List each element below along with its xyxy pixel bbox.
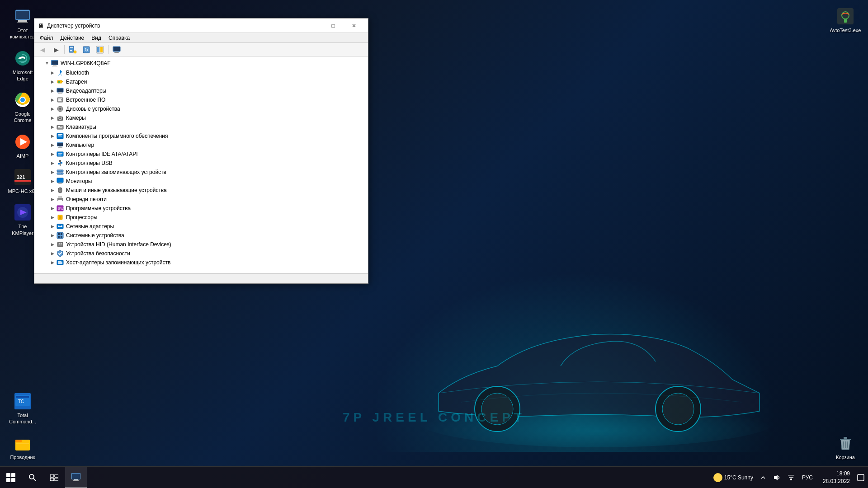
back-button[interactable]: ◀ bbox=[36, 44, 49, 56]
expand-icon[interactable]: ▶ bbox=[49, 122, 56, 131]
svg-rect-73 bbox=[61, 126, 61, 127]
taskbar-clock[interactable]: 18:09 28.03.2022 bbox=[819, 470, 854, 485]
desktop-icon-avtotest[interactable]: AvtoTest3.exe bbox=[827, 5, 863, 36]
toolbar-btn-properties[interactable] bbox=[66, 44, 79, 56]
tree-item[interactable]: ▶ Устройства HID (Human Interface Device… bbox=[34, 240, 368, 249]
tree-item[interactable]: ▶ Хост-адаптеры запоминающих устройств bbox=[34, 258, 368, 267]
taskbar-pinned-device-manager[interactable] bbox=[65, 467, 87, 488]
expand-icon[interactable]: ▶ bbox=[49, 150, 56, 159]
expand-icon[interactable]: ▶ bbox=[49, 104, 56, 113]
svg-rect-134 bbox=[789, 477, 793, 478]
item-icon bbox=[56, 96, 64, 104]
expand-icon[interactable]: ▶ bbox=[49, 95, 56, 104]
tray-show-hidden[interactable] bbox=[758, 473, 769, 482]
svg-text:321: 321 bbox=[17, 174, 25, 180]
tray-network[interactable] bbox=[785, 472, 797, 483]
tree-item[interactable]: ▶ Компьютер bbox=[34, 141, 368, 150]
expand-icon[interactable]: ▶ bbox=[49, 186, 56, 195]
expand-icon[interactable]: ▶ bbox=[49, 213, 56, 222]
tray-language[interactable]: РУС bbox=[799, 473, 816, 483]
svg-rect-53 bbox=[52, 61, 58, 65]
tree-item[interactable]: ▶ Компоненты программного обеспечения bbox=[34, 131, 368, 141]
desktop-icon-explorer[interactable]: Проводник bbox=[5, 432, 41, 463]
item-icon bbox=[56, 123, 64, 131]
menu-action[interactable]: Действие bbox=[57, 34, 88, 42]
desktop-icons-bottom-left: TC Total Command... Проводник bbox=[5, 389, 41, 463]
notification-icon bbox=[857, 474, 864, 481]
tree-item[interactable]: ▶ Контроллеры USB bbox=[34, 159, 368, 168]
tree-item[interactable]: ▶ Очереди печати bbox=[34, 195, 368, 204]
device-tree[interactable]: ▼ WIN-LGP06K4Q8AF ▶ Bluetooth ▶ Батареи … bbox=[34, 56, 368, 273]
expand-icon[interactable]: ▶ bbox=[49, 168, 56, 177]
recycle-bin-label: Корзина bbox=[836, 454, 855, 460]
expand-icon[interactable]: ▶ bbox=[49, 258, 56, 267]
tree-item[interactable]: ▶ Контроллеры IDE ATA/ATAPI bbox=[34, 150, 368, 159]
tree-item[interactable]: ▶ Сетевые адаптеры bbox=[34, 222, 368, 231]
tree-item[interactable]: ▶ Bluetooth bbox=[34, 68, 368, 77]
item-label: Устройства HID (Human Interface Devices) bbox=[66, 241, 171, 248]
svg-rect-26 bbox=[15, 440, 22, 442]
tree-item[interactable]: ▶ Контроллеры запоминающих устройств bbox=[34, 168, 368, 177]
item-label: Программные устройства bbox=[66, 205, 131, 211]
expand-icon[interactable]: ▶ bbox=[49, 113, 56, 122]
taskbar-search-button[interactable] bbox=[22, 467, 43, 488]
menu-view[interactable]: Вид bbox=[88, 34, 105, 42]
tree-item[interactable]: ▶ Видеоадаптеры bbox=[34, 86, 368, 95]
item-icon bbox=[56, 150, 64, 158]
desktop-icon-total-commander-1[interactable]: TC Total Command... bbox=[5, 389, 41, 428]
start-button[interactable] bbox=[0, 467, 22, 488]
maximize-button[interactable]: □ bbox=[323, 19, 344, 33]
svg-rect-87 bbox=[59, 160, 61, 162]
tree-root[interactable]: ▼ WIN-LGP06K4Q8AF bbox=[34, 58, 368, 68]
svg-rect-45 bbox=[100, 47, 103, 52]
tree-item[interactable]: ▶ SW Программные устройства bbox=[34, 204, 368, 213]
tree-item[interactable]: ▶ Камеры bbox=[34, 113, 368, 122]
svg-rect-117 bbox=[59, 243, 60, 244]
taskview-button[interactable] bbox=[43, 467, 65, 488]
expand-icon[interactable]: ▶ bbox=[49, 131, 56, 141]
tree-item[interactable]: ▶ Устройства безопасности bbox=[34, 249, 368, 258]
svg-rect-82 bbox=[58, 147, 62, 148]
root-expand-icon[interactable]: ▼ bbox=[43, 59, 51, 68]
svg-rect-28 bbox=[840, 439, 851, 440]
expand-icon[interactable]: ▶ bbox=[49, 249, 56, 258]
forward-button[interactable]: ▶ bbox=[50, 44, 62, 56]
tree-item[interactable]: ▶ Мониторы bbox=[34, 177, 368, 186]
expand-icon[interactable]: ▶ bbox=[49, 177, 56, 186]
expand-icon[interactable]: ▶ bbox=[49, 222, 56, 231]
tray-volume[interactable] bbox=[770, 472, 783, 483]
expand-icon[interactable]: ▶ bbox=[49, 204, 56, 213]
tree-item[interactable]: ▶ Мыши и иные указывающие устройства bbox=[34, 186, 368, 195]
expand-icon[interactable]: ▶ bbox=[49, 231, 56, 240]
tree-item[interactable]: ▶ Клавиатуры bbox=[34, 122, 368, 131]
tree-item[interactable]: ▶ Процессоры bbox=[34, 213, 368, 222]
svg-rect-56 bbox=[58, 81, 60, 83]
close-button[interactable]: ✕ bbox=[344, 19, 364, 33]
tray-weather[interactable]: 15°C Sunny bbox=[711, 471, 756, 484]
menu-file[interactable]: Файл bbox=[36, 34, 57, 42]
expand-icon[interactable]: ▶ bbox=[49, 141, 56, 150]
tree-item[interactable]: ▶ Встроенное ПО bbox=[34, 95, 368, 104]
item-label: Клавиатуры bbox=[66, 124, 96, 130]
expand-icon[interactable]: ▶ bbox=[49, 240, 56, 249]
tree-item[interactable]: ▶ Дисковые устройства bbox=[34, 104, 368, 113]
svg-rect-74 bbox=[62, 126, 62, 127]
svg-rect-95 bbox=[57, 178, 63, 183]
svg-rect-130 bbox=[73, 480, 79, 481]
minimize-button[interactable]: ─ bbox=[302, 19, 323, 33]
toolbar-btn-scan[interactable] bbox=[94, 44, 106, 56]
aimp-icon bbox=[14, 133, 32, 151]
desktop-icon-recycle-bin[interactable]: Корзина bbox=[827, 432, 863, 463]
menu-help[interactable]: Справка bbox=[105, 34, 133, 42]
tree-item[interactable]: ▶ Системные устройства bbox=[34, 231, 368, 240]
toolbar-btn-monitor[interactable] bbox=[110, 44, 123, 56]
expand-icon[interactable]: ▶ bbox=[49, 68, 56, 77]
tree-item[interactable]: ▶ Батареи bbox=[34, 77, 368, 86]
expand-icon[interactable]: ▶ bbox=[49, 159, 56, 168]
notification-center-button[interactable] bbox=[854, 467, 868, 488]
item-label: Системные устройства bbox=[66, 232, 124, 239]
toolbar-btn-update[interactable]: ↻ bbox=[80, 44, 93, 56]
expand-icon[interactable]: ▶ bbox=[49, 77, 56, 86]
expand-icon[interactable]: ▶ bbox=[49, 195, 56, 204]
expand-icon[interactable]: ▶ bbox=[49, 86, 56, 95]
